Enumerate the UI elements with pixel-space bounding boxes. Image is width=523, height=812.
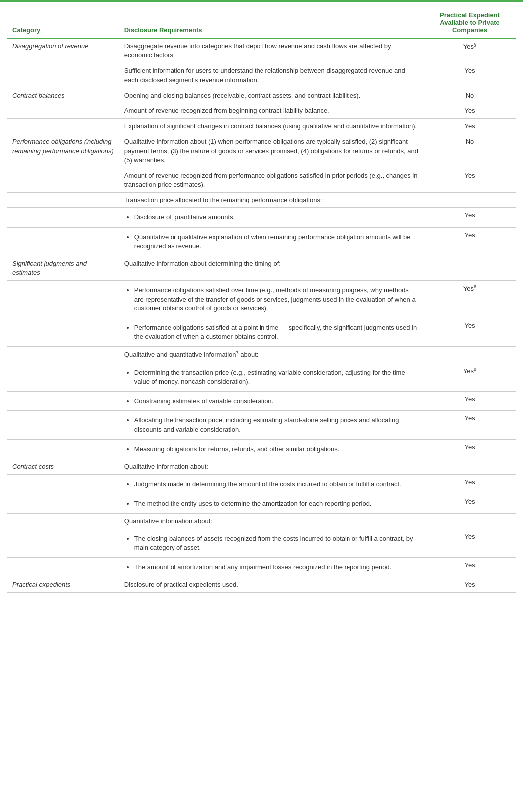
category-cell bbox=[7, 529, 119, 557]
available-cell: Yes bbox=[424, 577, 516, 593]
disclosure-cell: Disaggregate revenue into categories tha… bbox=[119, 38, 424, 63]
category-cell bbox=[7, 227, 119, 256]
disclosure-cell: Performance obligations satisfied over t… bbox=[119, 281, 424, 318]
disclosure-cell: Explanation of significant changes in co… bbox=[119, 119, 424, 134]
disclosure-cell: Opening and closing balances (receivable… bbox=[119, 88, 424, 103]
table-row: Quantitative information about: bbox=[7, 513, 516, 529]
available-cell: Yes bbox=[424, 208, 516, 227]
table-header-row: Category Disclosure Requirements Practic… bbox=[7, 7, 516, 38]
header-line3: Companies bbox=[452, 26, 487, 34]
available-cell: No bbox=[424, 88, 516, 103]
category-cell bbox=[7, 193, 119, 208]
available-cell bbox=[424, 513, 516, 529]
table-row: Amount of revenue recognized from beginn… bbox=[7, 103, 516, 118]
category-cell bbox=[7, 119, 119, 134]
category-cell bbox=[7, 318, 119, 346]
disclosure-table: Category Disclosure Requirements Practic… bbox=[7, 7, 516, 593]
category-cell bbox=[7, 168, 119, 192]
category-cell bbox=[7, 475, 119, 494]
table-row: Practical expedientsDisclosure of practi… bbox=[7, 577, 516, 593]
available-cell: Yes bbox=[424, 529, 516, 557]
available-cell bbox=[424, 193, 516, 208]
table-row: Quantitative or qualitative explanation … bbox=[7, 227, 516, 256]
category-cell bbox=[7, 411, 119, 439]
disclosure-cell: Amount of revenue recognized from beginn… bbox=[119, 103, 424, 118]
table-row: Determining the transaction price (e.g.,… bbox=[7, 363, 516, 391]
disclosure-cell: Transaction price allocated to the remai… bbox=[119, 193, 424, 208]
available-cell: Yes bbox=[424, 558, 516, 577]
category-cell bbox=[7, 281, 119, 318]
available-cell: Yes bbox=[424, 63, 516, 88]
table-row: Contract balancesOpening and closing bal… bbox=[7, 88, 516, 103]
available-cell: Yes bbox=[424, 494, 516, 513]
header-disclosure: Disclosure Requirements bbox=[119, 7, 424, 38]
disclosure-cell: Performance obligations satisfied at a p… bbox=[119, 318, 424, 346]
disclosure-cell: The closing balances of assets recognize… bbox=[119, 529, 424, 557]
available-cell: Yes bbox=[424, 411, 516, 439]
disclosure-cell: Disclosure of quantitative amounts. bbox=[119, 208, 424, 227]
disclosure-cell: Measuring obligations for returns, refun… bbox=[119, 439, 424, 459]
table-row: The amount of amortization and any impai… bbox=[7, 558, 516, 577]
disclosure-cell: Quantitative or qualitative explanation … bbox=[119, 227, 424, 256]
disclosure-cell: Determining the transaction price (e.g.,… bbox=[119, 363, 424, 391]
table-container: Category Disclosure Requirements Practic… bbox=[0, 2, 523, 603]
header-category: Category bbox=[7, 7, 119, 38]
available-cell: Yes bbox=[424, 439, 516, 459]
disclosure-cell: Qualitative information about determinin… bbox=[119, 256, 424, 281]
available-cell: Yes bbox=[424, 227, 516, 256]
available-cell: Yes bbox=[424, 392, 516, 411]
header-available: Practical Expedient Available to Private… bbox=[424, 7, 516, 38]
disclosure-cell: Quantitative information about: bbox=[119, 513, 424, 529]
table-row: Measuring obligations for returns, refun… bbox=[7, 439, 516, 459]
table-row: Qualitative and quantitative information… bbox=[7, 347, 516, 363]
available-cell: Yes bbox=[424, 475, 516, 494]
category-cell bbox=[7, 363, 119, 391]
table-row: Amount of revenue recognized from perfor… bbox=[7, 168, 516, 192]
category-cell bbox=[7, 494, 119, 513]
category-cell: Contract costs bbox=[7, 459, 119, 474]
category-cell: Contract balances bbox=[7, 88, 119, 103]
available-cell: Yes bbox=[424, 103, 516, 118]
category-cell: Disaggregation of revenue bbox=[7, 38, 119, 63]
category-cell bbox=[7, 63, 119, 88]
table-row: Disclosure of quantitative amounts.Yes bbox=[7, 208, 516, 227]
category-cell: Performance obligations (including remai… bbox=[7, 134, 119, 168]
table-row: Performance obligations satisfied at a p… bbox=[7, 318, 516, 346]
available-cell: Yes6 bbox=[424, 281, 516, 318]
header-line2: Available to Private bbox=[440, 19, 499, 26]
disclosure-cell: Constraining estimates of variable consi… bbox=[119, 392, 424, 411]
table-body: Disaggregation of revenueDisaggregate re… bbox=[7, 38, 516, 593]
table-row: Constraining estimates of variable consi… bbox=[7, 392, 516, 411]
disclosure-cell: Disclosure of practical expedients used. bbox=[119, 577, 424, 593]
category-cell bbox=[7, 558, 119, 577]
available-cell: Yes bbox=[424, 119, 516, 134]
available-cell: Yes bbox=[424, 318, 516, 346]
table-row: Disaggregation of revenueDisaggregate re… bbox=[7, 38, 516, 63]
table-row: Sufficient information for users to unde… bbox=[7, 63, 516, 88]
disclosure-cell: Amount of revenue recognized from perfor… bbox=[119, 168, 424, 192]
disclosure-cell: The amount of amortization and any impai… bbox=[119, 558, 424, 577]
category-cell: Practical expedients bbox=[7, 577, 119, 593]
available-cell: No bbox=[424, 134, 516, 168]
category-cell bbox=[7, 208, 119, 227]
disclosure-cell: Sufficient information for users to unde… bbox=[119, 63, 424, 88]
table-row: Performance obligations (including remai… bbox=[7, 134, 516, 168]
table-row: Judgments made in determining the amount… bbox=[7, 475, 516, 494]
table-row: Significant judgments and estimatesQuali… bbox=[7, 256, 516, 281]
category-cell bbox=[7, 347, 119, 363]
disclosure-cell: Qualitative and quantitative information… bbox=[119, 347, 424, 363]
category-cell bbox=[7, 103, 119, 118]
category-cell: Significant judgments and estimates bbox=[7, 256, 119, 281]
disclosure-cell: Judgments made in determining the amount… bbox=[119, 475, 424, 494]
available-cell: Yes§ bbox=[424, 38, 516, 63]
table-row: Contract costsQualitative information ab… bbox=[7, 459, 516, 474]
table-row: Explanation of significant changes in co… bbox=[7, 119, 516, 134]
disclosure-cell: The method the entity uses to determine … bbox=[119, 494, 424, 513]
table-row: Allocating the transaction price, includ… bbox=[7, 411, 516, 439]
table-row: The closing balances of assets recognize… bbox=[7, 529, 516, 557]
category-cell bbox=[7, 439, 119, 459]
available-cell: Yes8 bbox=[424, 363, 516, 391]
table-row: The method the entity uses to determine … bbox=[7, 494, 516, 513]
header-line1: Practical Expedient bbox=[440, 11, 500, 19]
table-row: Transaction price allocated to the remai… bbox=[7, 193, 516, 208]
